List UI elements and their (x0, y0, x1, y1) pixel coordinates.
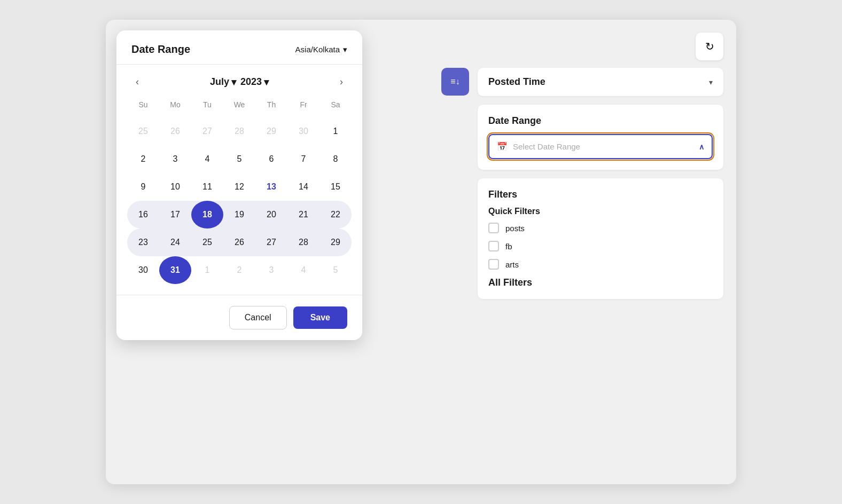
date-range-title: Date Range (488, 115, 713, 127)
year-chevron-icon: ▾ (264, 76, 269, 88)
filters-title: Filters (488, 189, 713, 200)
day-cell-27[interactable]: 27 (255, 229, 287, 256)
day-cell-7[interactable]: 7 (287, 145, 319, 173)
month-chevron-icon: ▾ (231, 76, 236, 88)
day-cell-31[interactable]: 31 (159, 256, 191, 284)
sort-icon: ≡↓ (450, 77, 459, 86)
filter-item-fb[interactable]: fb (488, 241, 713, 251)
day-cell-22[interactable]: 22 (319, 201, 352, 229)
day-header-su: Su (127, 96, 159, 113)
day-cell-26[interactable]: 26 (223, 229, 255, 256)
month-selector[interactable]: July ▾ (210, 76, 236, 88)
posted-time-dropdown[interactable]: Posted Time ▾ (478, 68, 723, 96)
day-cell-30[interactable]: 30 (127, 256, 159, 284)
day-cell-13[interactable]: 13 (255, 173, 287, 201)
calendar-popup: Date Range Asia/Kolkata ▾ ‹ July ▾ 2023 … (116, 30, 362, 340)
day-cell-14[interactable]: 14 (287, 173, 319, 201)
day-cell-8[interactable]: 8 (319, 145, 352, 173)
all-filters-title: All Filters (488, 277, 713, 288)
day-cell-28-prev[interactable]: 28 (223, 117, 255, 145)
cancel-button[interactable]: Cancel (229, 306, 287, 329)
calendar-nav: ‹ July ▾ 2023 ▾ › (116, 65, 362, 96)
calendar-grid: Su Mo Tu We Th Fr Sa 25 26 27 28 29 30 1… (116, 96, 362, 295)
day-cell-5[interactable]: 5 (223, 145, 255, 173)
prev-month-button[interactable]: ‹ (131, 74, 143, 90)
day-cell-11[interactable]: 11 (191, 173, 223, 201)
day-cell-19[interactable]: 19 (223, 201, 255, 229)
day-cell-26-prev[interactable]: 26 (159, 117, 191, 145)
day-cell-15[interactable]: 15 (319, 173, 352, 201)
calendar-icon: 📅 (497, 141, 508, 152)
day-cell-9[interactable]: 9 (127, 173, 159, 201)
day-cell-5-next[interactable]: 5 (319, 256, 352, 284)
day-cell-12[interactable]: 12 (223, 173, 255, 201)
day-cell-17[interactable]: 17 (159, 201, 191, 229)
save-button[interactable]: Save (293, 306, 347, 329)
day-cell-18[interactable]: 18 (191, 201, 223, 229)
checkbox-arts[interactable] (488, 259, 499, 270)
next-arrow-icon: › (340, 76, 343, 87)
filter-label-posts: posts (505, 224, 525, 233)
date-range-section: Date Range 📅 Select Date Range ∧ (478, 105, 723, 170)
day-cell-20[interactable]: 20 (255, 201, 287, 229)
date-range-placeholder: Select Date Range (513, 142, 580, 151)
right-panel: Posted Time ▾ Date Range 📅 Select Date R… (478, 68, 723, 299)
day-header-mo: Mo (159, 96, 191, 113)
day-cell-23[interactable]: 23 (127, 229, 159, 256)
day-cell-25[interactable]: 25 (191, 229, 223, 256)
day-cell-21[interactable]: 21 (287, 201, 319, 229)
day-cell-2-next[interactable]: 2 (223, 256, 255, 284)
week-row-2: 2 3 4 5 6 7 8 (127, 145, 352, 173)
day-cell-25-prev[interactable]: 25 (127, 117, 159, 145)
day-cell-27-prev[interactable]: 27 (191, 117, 223, 145)
year-selector[interactable]: 2023 ▾ (240, 76, 269, 88)
day-header-sa: Sa (319, 96, 352, 113)
year-label: 2023 (240, 76, 262, 88)
prev-arrow-icon: ‹ (136, 76, 139, 87)
day-cell-3-next[interactable]: 3 (255, 256, 287, 284)
timezone-selector[interactable]: Asia/Kolkata ▾ (295, 45, 347, 54)
week-row-3: 9 10 11 12 13 14 15 (127, 173, 352, 201)
day-cell-2[interactable]: 2 (127, 145, 159, 173)
day-cell-29[interactable]: 29 (319, 229, 352, 256)
month-label: July (210, 76, 229, 88)
checkbox-posts[interactable] (488, 223, 499, 233)
calendar-header: Date Range Asia/Kolkata ▾ (116, 30, 362, 65)
chevron-down-icon: ▾ (709, 78, 713, 86)
day-header-we: We (223, 96, 255, 113)
week-row-1: 25 26 27 28 29 30 1 (127, 117, 352, 145)
day-header-tu: Tu (191, 96, 223, 113)
day-cell-30-prev[interactable]: 30 (287, 117, 319, 145)
filter-item-arts[interactable]: arts (488, 259, 713, 270)
day-cell-29-prev[interactable]: 29 (255, 117, 287, 145)
calendar-title: Date Range (131, 43, 190, 56)
day-cell-1[interactable]: 1 (319, 117, 352, 145)
next-month-button[interactable]: › (336, 74, 347, 90)
day-cell-28[interactable]: 28 (287, 229, 319, 256)
timezone-chevron-icon: ▾ (343, 45, 347, 54)
day-cell-4-next[interactable]: 4 (287, 256, 319, 284)
refresh-button[interactable]: ↻ (696, 33, 723, 60)
date-range-input[interactable]: 📅 Select Date Range ∧ (488, 134, 713, 159)
main-container: ↻ ≡↓ Posted Time ▾ Date Range 📅 Select D… (106, 20, 736, 484)
filters-section: Filters Quick Filters posts fb arts All … (478, 178, 723, 299)
refresh-icon: ↻ (705, 40, 714, 53)
sort-button[interactable]: ≡↓ (441, 68, 469, 96)
day-cell-6[interactable]: 6 (255, 145, 287, 173)
day-header-fr: Fr (287, 96, 319, 113)
chevron-up-icon: ∧ (699, 143, 704, 151)
timezone-label: Asia/Kolkata (295, 45, 340, 54)
day-cell-24[interactable]: 24 (159, 229, 191, 256)
quick-filters-title: Quick Filters (488, 207, 713, 216)
day-cell-3[interactable]: 3 (159, 145, 191, 173)
filter-label-fb: fb (505, 242, 512, 251)
checkbox-fb[interactable] (488, 241, 499, 251)
day-cell-10[interactable]: 10 (159, 173, 191, 201)
filter-label-arts: arts (505, 260, 519, 269)
week-row-6: 30 31 1 2 3 4 5 (127, 256, 352, 284)
day-cell-1-next[interactable]: 1 (191, 256, 223, 284)
day-cell-4[interactable]: 4 (191, 145, 223, 173)
day-cell-16[interactable]: 16 (127, 201, 159, 229)
month-year-selectors: July ▾ 2023 ▾ (210, 76, 269, 88)
filter-item-posts[interactable]: posts (488, 223, 713, 233)
